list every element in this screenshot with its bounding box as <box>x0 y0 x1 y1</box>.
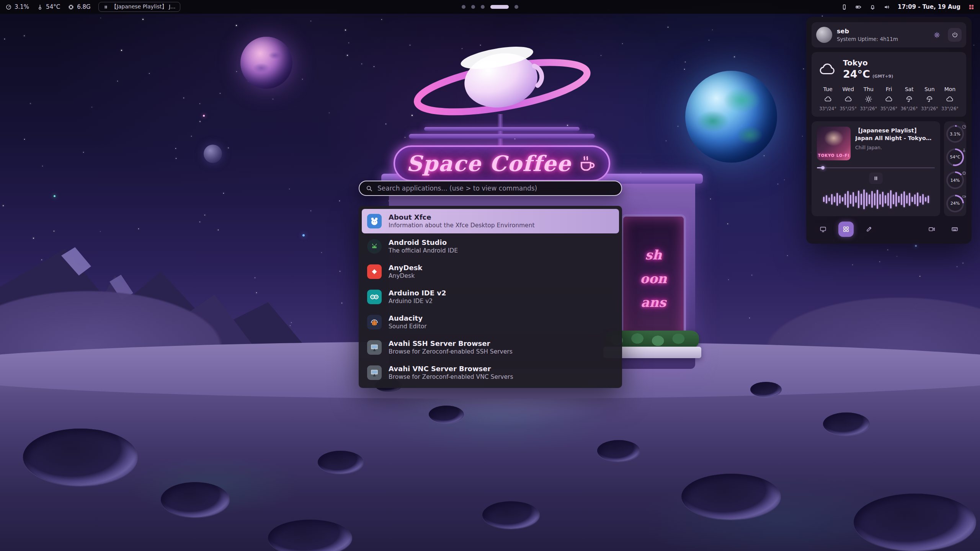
clock[interactable]: 17:09 - Tue, 19 Aug <box>898 3 960 10</box>
star <box>622 43 623 44</box>
cpu-indicator: 3.1% <box>5 3 29 10</box>
power-button[interactable] <box>948 28 962 42</box>
star <box>220 93 220 94</box>
xfce-mouse-icon <box>367 214 382 228</box>
cpu-value: 3.1% <box>15 3 29 10</box>
launcher-search[interactable] <box>359 181 622 196</box>
app-row-arduino[interactable]: Arduino IDE v2 Arduino IDE v2 <box>362 285 619 309</box>
workspace-dot[interactable] <box>514 5 518 9</box>
weather-temp: 24°C <box>843 68 870 80</box>
space-coffee-sign: Space Coffee <box>394 145 610 181</box>
app-desc: Browse for Zeroconf-enabled VNC Servers <box>389 373 513 381</box>
crater <box>854 494 976 551</box>
waveform-bar <box>898 196 900 203</box>
star <box>764 155 764 156</box>
waveform-bar <box>847 191 849 208</box>
app-desc: AnyDesk <box>389 272 422 280</box>
app-row-avahi-ssh[interactable]: Avahi SSH Server Browser Browse for Zero… <box>362 335 619 360</box>
top-bar: 3.1% 54°C 6.8G 【Japanese Playlist】 J... … <box>0 0 980 14</box>
waveform-bar <box>928 196 929 203</box>
waveform-bar <box>874 193 875 205</box>
progress-knob[interactable] <box>821 166 825 170</box>
control-panel: seb System Uptime: 4h11m Tokyo 24°C (GMT… <box>806 17 972 244</box>
bell-icon[interactable] <box>869 4 876 10</box>
user-name: seb <box>837 28 926 35</box>
volume-icon[interactable] <box>884 4 890 10</box>
thermometer-icon <box>962 147 967 152</box>
star <box>310 210 311 211</box>
waveform-bar <box>834 196 835 202</box>
workspace-dot-active[interactable] <box>490 5 509 9</box>
sparkle-star <box>203 115 205 117</box>
pause-icon <box>873 175 879 181</box>
album-art: TOKYO LO-FI <box>817 127 851 160</box>
crater <box>268 520 352 551</box>
app-row-about-xfce[interactable]: About Xfce Information about the Xfce De… <box>362 209 619 233</box>
app-desc: Browse for Zeroconf-enabled SSH Servers <box>389 348 513 355</box>
search-input[interactable] <box>377 184 615 192</box>
display-button[interactable] <box>815 222 831 237</box>
album-art-text: TOKYO LO-FI <box>817 153 851 158</box>
waveform-bar <box>885 195 886 204</box>
forecast-day: Sun 33°/26° <box>920 86 940 111</box>
colorpicker-button[interactable] <box>861 222 877 237</box>
app-row-android-studio[interactable]: Android Studio The official Android IDE <box>362 234 619 259</box>
app-row-avahi-vnc[interactable]: Avahi VNC Server Browser Browse for Zero… <box>362 360 619 385</box>
phone-icon[interactable] <box>841 4 848 10</box>
system-gauges: 3.1% 54°C 14% 24% <box>944 121 966 216</box>
app-desc: Sound Editor <box>389 323 427 330</box>
workspace-dot[interactable] <box>471 5 475 9</box>
temperature-value: 54°C <box>46 3 60 10</box>
record-icon <box>928 225 936 233</box>
waveform-bar <box>831 194 833 205</box>
forecast-day: Wed 35°/25° <box>838 86 858 111</box>
settings-button[interactable] <box>930 28 943 41</box>
workspace-dot[interactable] <box>481 5 485 9</box>
window-neon-text: ans <box>641 295 666 310</box>
star <box>514 139 515 139</box>
cpu-icon <box>962 124 967 129</box>
music-progress-slider[interactable] <box>817 166 935 170</box>
rain-icon <box>925 95 934 103</box>
widgets-icon <box>842 225 850 233</box>
app-name: Avahi SSH Server Browser <box>389 339 513 348</box>
pause-button[interactable] <box>869 173 883 184</box>
shop-window: sh oon ans <box>621 214 686 343</box>
app-row-audacity[interactable]: Audacity Sound Editor <box>362 310 619 334</box>
forecast-day: Sat 36°/26° <box>899 86 920 111</box>
eyedropper-icon <box>865 225 873 233</box>
battery-icon[interactable] <box>855 4 862 10</box>
track-artist: Chill Japan. <box>855 145 935 150</box>
waveform-bar <box>895 192 897 207</box>
star <box>734 56 735 57</box>
quick-actions <box>812 221 966 238</box>
record-button[interactable] <box>924 222 939 237</box>
waveform-bar <box>839 195 841 204</box>
workspace-dot[interactable] <box>462 5 466 9</box>
grid-icon[interactable] <box>968 4 975 10</box>
star <box>236 71 237 72</box>
star <box>405 137 405 138</box>
waveform-bar <box>893 194 894 204</box>
cloud-icon <box>824 95 832 103</box>
star <box>117 81 118 82</box>
crater <box>482 501 540 529</box>
forecast-day: Thu 33°/26° <box>858 86 879 111</box>
app-row-anydesk[interactable]: AnyDesk AnyDesk <box>362 259 619 284</box>
workspace-indicator[interactable] <box>462 0 518 14</box>
cloud-icon <box>885 95 893 103</box>
gear-icon <box>933 31 941 39</box>
widgets-button[interactable] <box>838 222 854 237</box>
sign-ledge <box>424 127 580 131</box>
crater <box>597 440 640 461</box>
music-player-card: TOKYO LO-FI 【Japanese Playlist】 Japan Al… <box>812 121 940 216</box>
keyboard-button[interactable] <box>947 222 962 237</box>
window-neon-text: oon <box>640 271 667 286</box>
crater <box>318 451 364 474</box>
crater <box>823 412 870 435</box>
music-widget[interactable]: 【Japanese Playlist】 J... <box>98 2 181 12</box>
android-studio-icon <box>367 239 382 254</box>
waveform-bar <box>882 192 884 207</box>
waveform-bar <box>828 197 830 201</box>
star <box>710 199 711 199</box>
